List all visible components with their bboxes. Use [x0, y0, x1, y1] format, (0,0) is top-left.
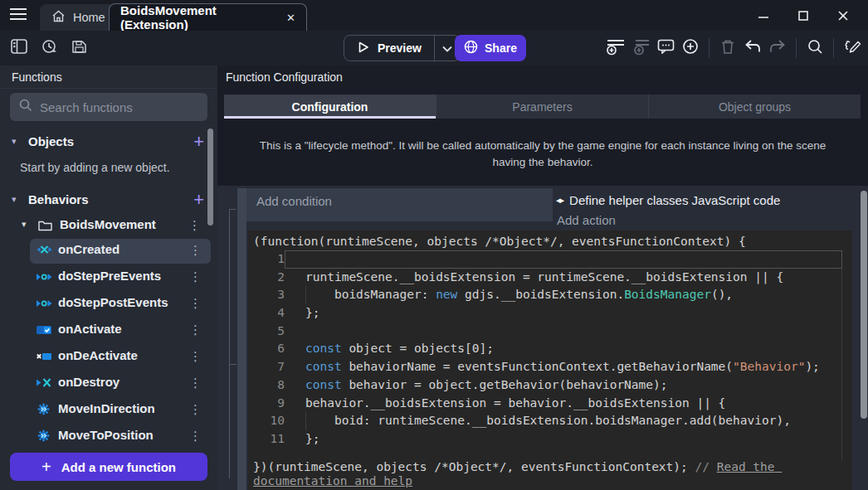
code-line-9[interactable]: 9behavior.__boidsExtension = behavior.__…	[248, 395, 852, 413]
js-code-event-title: Define helper classes JavaScript code	[569, 193, 780, 207]
search-functions-input[interactable]	[40, 100, 181, 114]
share-label: Share	[485, 41, 517, 55]
tab-home[interactable]: Home	[40, 4, 117, 31]
chevron-down-icon[interactable]: ▾	[12, 194, 17, 205]
behavior-group-boidsmovement[interactable]: ▾ BoidsMovement ⋮	[0, 214, 217, 239]
divider	[796, 38, 797, 58]
circle-plus-icon	[682, 38, 699, 58]
group-options-icon[interactable]: ⋮	[188, 218, 201, 233]
redo-button[interactable]	[767, 37, 788, 59]
tab-parameters[interactable]: Parameters	[436, 95, 648, 119]
add-other-event-button[interactable]	[680, 37, 701, 59]
close-window-button[interactable]	[823, 0, 863, 31]
function-item-ondeactivate[interactable]: onDeActivate ⋮	[30, 345, 211, 370]
function-label: MoveToPosition	[58, 428, 154, 442]
code-lines: 12runtimeScene.__boidsExtension = runtim…	[248, 250, 852, 449]
line-number: 4	[248, 304, 285, 323]
add-new-function-button[interactable]: + Add a new function	[10, 453, 207, 481]
chevron-down-icon	[442, 41, 452, 56]
chevron-down-icon[interactable]: ▾	[22, 219, 27, 230]
preview-button-group: Preview	[344, 35, 461, 61]
add-comment-button[interactable]	[655, 37, 676, 59]
save-button[interactable]	[68, 37, 90, 59]
destroy-cross-icon	[37, 376, 52, 391]
function-options-icon[interactable]: ⋮	[189, 243, 202, 258]
add-condition-button[interactable]: Add condition	[246, 188, 553, 221]
events-scrollbar[interactable]	[861, 191, 867, 419]
function-label: MoveInDirection	[58, 401, 155, 415]
code-line-11[interactable]: 11};	[248, 430, 852, 449]
window-controls	[744, 0, 863, 31]
maximize-button[interactable]	[783, 0, 823, 31]
delete-button[interactable]	[717, 37, 739, 59]
home-icon	[51, 10, 66, 25]
shuffle-icon	[37, 244, 52, 259]
undo-button[interactable]	[742, 37, 763, 59]
function-item-movetoposition[interactable]: MoveToPosition ⋮	[30, 425, 211, 449]
preview-button[interactable]: Preview	[344, 36, 434, 61]
function-options-icon[interactable]: ⋮	[189, 269, 202, 284]
code-line-5[interactable]: 5	[248, 323, 852, 341]
code-line-7[interactable]: 7const behaviorName = eventsFunctionCont…	[248, 358, 852, 376]
code-line-6[interactable]: 6const object = objects[0];	[248, 340, 852, 358]
code-line-4[interactable]: 4};	[248, 304, 852, 323]
function-item-dosteppreevents[interactable]: doStepPreEvents ⋮	[30, 265, 211, 290]
panels-icon	[11, 39, 27, 57]
code-editor[interactable]: (function(runtimeScene, objects /*Object…	[248, 230, 852, 490]
add-event-button[interactable]	[605, 37, 627, 59]
line-number: 10	[248, 412, 285, 430]
close-tab-icon[interactable]: ✕	[286, 12, 295, 24]
share-button[interactable]: Share	[455, 35, 526, 61]
tab-label: Parameters	[512, 100, 572, 114]
function-item-oncreated[interactable]: onCreated ⋮	[30, 239, 211, 264]
function-options-icon[interactable]: ⋮	[189, 376, 202, 391]
tab-boidsmovement-extension[interactable]: BoidsMovement (Extension) ✕	[109, 3, 307, 31]
history-button[interactable]	[38, 37, 60, 59]
tab-label: Configuration	[292, 100, 368, 114]
code-line-1[interactable]: 1	[248, 250, 852, 269]
add-new-function-label: Add a new function	[61, 460, 176, 474]
sidebar-scrollbar[interactable]	[207, 129, 213, 226]
trash-icon	[720, 39, 735, 58]
add-object-button[interactable]: +	[193, 131, 204, 153]
behavior-group-label: BoidsMovement	[60, 217, 156, 231]
function-options-icon[interactable]: ⋮	[189, 402, 202, 417]
open-panels-button[interactable]	[8, 37, 30, 59]
code-line-8[interactable]: 8const behavior = object.getBehavior(beh…	[248, 376, 852, 395]
extension-pencil-icon	[844, 39, 861, 58]
function-options-icon[interactable]: ⋮	[189, 323, 202, 337]
function-item-dosteppostevents[interactable]: doStepPostEvents ⋮	[30, 292, 211, 317]
search-functions-field[interactable]	[10, 93, 207, 121]
activate-checkbox-icon	[37, 323, 52, 338]
behaviors-section-header[interactable]: ▾ Behaviors +	[0, 189, 217, 214]
add-behavior-button[interactable]: +	[193, 189, 204, 211]
minimize-button[interactable]	[744, 0, 783, 31]
code-line-10[interactable]: 10 boid: runtimeScene.__boidsExtension.b…	[248, 412, 852, 430]
function-item-onactivate[interactable]: onActivate ⋮	[30, 318, 211, 343]
configuration-tabs: ConfigurationParametersObject groups	[224, 95, 861, 119]
tab-configuration[interactable]: Configuration	[224, 95, 436, 119]
main-menu-button[interactable]	[8, 8, 28, 23]
gear-icon	[37, 429, 51, 445]
js-code-event-header[interactable]: ◂▸ Define helper classes JavaScript code	[556, 193, 780, 207]
line-number: 6	[248, 340, 285, 358]
function-options-icon[interactable]: ⋮	[189, 429, 202, 444]
add-subevent-button[interactable]	[630, 37, 651, 59]
function-icon	[37, 271, 53, 284]
function-options-icon[interactable]: ⋮	[189, 296, 202, 311]
function-item-ondestroy[interactable]: onDestroy ⋮	[30, 371, 211, 396]
line-number: 1	[248, 250, 285, 269]
function-item-moveindirection[interactable]: MoveInDirection ⋮	[30, 398, 211, 423]
code-line-2[interactable]: 2runtimeScene.__boidsExtension = runtime…	[248, 269, 852, 287]
edit-extension-button[interactable]	[841, 37, 863, 59]
objects-section-header[interactable]: ▾ Objects +	[0, 131, 217, 156]
code-text	[285, 323, 305, 341]
function-icon	[37, 351, 53, 364]
add-action-button[interactable]: Add action	[557, 213, 616, 227]
search-events-button[interactable]	[804, 37, 826, 59]
chevron-down-icon[interactable]: ▾	[12, 136, 17, 147]
event-drag-handle[interactable]	[237, 188, 246, 490]
code-line-3[interactable]: 3 boidsManager: new gdjs.__boidsExtensio…	[248, 286, 852, 304]
tab-object-groups[interactable]: Object groups	[648, 95, 861, 119]
function-options-icon[interactable]: ⋮	[189, 349, 202, 364]
